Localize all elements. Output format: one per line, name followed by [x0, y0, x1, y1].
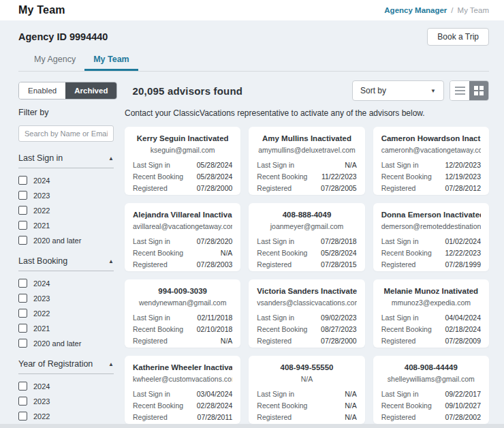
- checkbox[interactable]: [18, 309, 27, 318]
- breadcrumb-agency-manager-link[interactable]: Agency Manager: [384, 6, 447, 14]
- archived-toggle-button[interactable]: Archived: [65, 82, 116, 99]
- advisor-detail-row: Last Sign in 02/11/2018: [133, 313, 232, 322]
- advisor-card[interactable]: Kerry Seguin Inactivated kseguin@gmail.c…: [125, 127, 240, 195]
- filter-option[interactable]: 2022: [18, 206, 114, 215]
- advisor-details: Last Sign in 07/28/2020 Recent Booking N…: [133, 236, 232, 269]
- agency-header-row: Agency ID 9994440 Book a Trip: [18, 20, 489, 46]
- search-input[interactable]: [18, 125, 114, 142]
- detail-label: Registered: [257, 183, 292, 193]
- filter-option[interactable]: 2020 and later: [18, 339, 114, 348]
- detail-value: 08/27/2023: [321, 324, 357, 334]
- advisor-detail-row: Last Sign in N/A: [257, 389, 356, 399]
- advisor-card[interactable]: Amy Mullins Inactivated amymullins@delux…: [249, 127, 364, 195]
- advisor-detail-row: Last Sign in 07/28/2018: [257, 236, 356, 246]
- advisor-details: Last Sign in N/A Recent Booking 11/22/20…: [257, 160, 356, 193]
- detail-label: Registered: [257, 260, 292, 269]
- collapse-triangle-icon: ▲: [108, 155, 114, 162]
- detail-label: Registered: [133, 183, 168, 193]
- filter-group-header[interactable]: Year of Registration ▲: [18, 359, 114, 374]
- checkbox[interactable]: [18, 397, 27, 406]
- filter-option[interactable]: 2023: [18, 397, 114, 406]
- filter-option-label: 2023: [33, 397, 50, 406]
- checkbox[interactable]: [18, 279, 27, 288]
- advisor-card[interactable]: Cameron Howardson Inact… cameronh@vacati…: [373, 127, 489, 195]
- page-title: My Team: [18, 4, 65, 16]
- advisor-card[interactable]: Melanie Munoz Inativated mmunoz3@expedia…: [373, 279, 489, 348]
- advisor-card[interactable]: Victoria Sanders Inactivated vsanders@cl…: [249, 279, 364, 348]
- filter-option[interactable]: 2024: [18, 176, 114, 185]
- advisor-details: Last Sign in 12/20/2023 Recent Booking 1…: [381, 160, 481, 193]
- sort-by-dropdown[interactable]: Sort by ▼: [352, 80, 444, 101]
- detail-label: Registered: [133, 412, 168, 422]
- detail-value: 09/10/2027: [445, 401, 481, 410]
- filter-group: Last Booking ▲ 2024 2023 2022 2021 2020 …: [18, 256, 114, 348]
- filter-option[interactable]: 2021: [18, 221, 114, 230]
- advisor-detail-row: Recent Booking 02/28/2024: [133, 401, 232, 410]
- advisor-card[interactable]: Katherine Wheeler Inactiva… kwheeler@cus…: [125, 356, 240, 424]
- filter-option[interactable]: 2022: [18, 309, 114, 318]
- filter-option[interactable]: 2022: [18, 412, 114, 421]
- advisor-email: vsanders@classicvacations.com: [257, 299, 356, 307]
- filter-option[interactable]: 2024: [18, 382, 114, 391]
- checkbox[interactable]: [18, 382, 27, 391]
- checkbox[interactable]: [18, 339, 27, 348]
- detail-label: Recent Booking: [257, 172, 307, 181]
- filter-by-heading: Filter by: [18, 108, 114, 117]
- detail-value: 07/28/2000: [197, 183, 233, 193]
- advisor-card[interactable]: Donna Emerson Inactivated demerson@remot…: [373, 203, 489, 271]
- checkbox[interactable]: [18, 412, 27, 421]
- checkbox[interactable]: [18, 294, 27, 303]
- filter-group-header[interactable]: Last Booking ▲: [18, 256, 114, 271]
- enabled-toggle-button[interactable]: Enabled: [19, 82, 65, 99]
- advisor-card[interactable]: Alejandra Villareal Inactiva… avillareal…: [125, 203, 240, 271]
- advisor-details: Last Sign in 07/28/2018 Recent Booking 0…: [257, 236, 356, 269]
- filter-option[interactable]: 2024: [18, 279, 114, 288]
- detail-label: Recent Booking: [257, 401, 307, 410]
- enabled-archived-toggle: Enabled Archived: [18, 82, 117, 100]
- checkbox[interactable]: [18, 324, 27, 333]
- tab-my-team[interactable]: My Team: [84, 48, 138, 71]
- checkbox[interactable]: [18, 206, 27, 215]
- filter-option[interactable]: 2023: [18, 191, 114, 200]
- detail-value: 12/19/2023: [445, 172, 481, 181]
- filter-option[interactable]: 2020 and later: [18, 236, 114, 245]
- advisor-card[interactable]: 408-908-44449 shelleywilliams@gmail.com …: [373, 356, 489, 424]
- advisor-detail-row: Recent Booking 02/10/2018: [133, 324, 232, 334]
- page-content: Agency ID 9994440 Book a Trip My Agency …: [0, 20, 504, 424]
- advisor-name: 408-908-44449: [381, 363, 481, 372]
- checkbox[interactable]: [18, 176, 27, 185]
- detail-label: Last Sign in: [381, 313, 419, 322]
- tab-my-agency[interactable]: My Agency: [25, 48, 84, 71]
- filter-option[interactable]: 2021: [18, 324, 114, 333]
- advisor-email: amymullins@deluxetravel.com: [257, 146, 356, 155]
- advisor-name: 994-009-3039: [133, 286, 232, 296]
- checkbox[interactable]: [18, 191, 27, 200]
- filter-option[interactable]: 2023: [18, 294, 114, 303]
- detail-label: Recent Booking: [257, 248, 307, 258]
- detail-label: Last Sign in: [257, 236, 294, 246]
- advisor-detail-row: Registered 07/28/1999: [381, 260, 481, 269]
- checkbox[interactable]: [18, 221, 27, 230]
- detail-value: 02/18/2024: [445, 324, 481, 334]
- advisor-detail-row: Recent Booking 11/22/2023: [257, 172, 356, 181]
- advisor-card[interactable]: 994-009-3039 wendynewman@gmail.com Last …: [125, 279, 240, 348]
- tab-bar: My Agency My Team: [18, 48, 489, 72]
- advisor-details: Last Sign in 09/22/2017 Recent Booking 0…: [381, 389, 481, 422]
- advisor-email: wendynewman@gmail.com: [133, 299, 232, 307]
- advisor-detail-row: Last Sign in 12/20/2023: [381, 160, 481, 170]
- detail-label: Registered: [133, 336, 168, 346]
- detail-value: N/A: [221, 248, 233, 258]
- grid-view-button[interactable]: [469, 81, 488, 100]
- sort-by-label: Sort by: [360, 86, 386, 95]
- book-a-trip-button[interactable]: Book a Trip: [427, 28, 489, 46]
- advisor-detail-row: Registered 07/28/2000: [257, 336, 356, 346]
- advisor-name: 408-949-55550: [257, 363, 356, 372]
- filter-option-label: 2022: [33, 207, 50, 215]
- list-view-button[interactable]: [450, 81, 469, 100]
- advisor-card[interactable]: 408-888-4049 joanmeyer@gmail.com Last Si…: [249, 203, 364, 271]
- checkbox[interactable]: [18, 236, 27, 245]
- activation-note: Contact your ClassicVacations representa…: [125, 108, 489, 118]
- advisor-card[interactable]: 408-949-55550 N/A Last Sign in N/A Recen…: [249, 356, 364, 424]
- detail-label: Last Sign in: [133, 313, 170, 322]
- filter-group-header[interactable]: Last Sign in ▲: [18, 153, 114, 168]
